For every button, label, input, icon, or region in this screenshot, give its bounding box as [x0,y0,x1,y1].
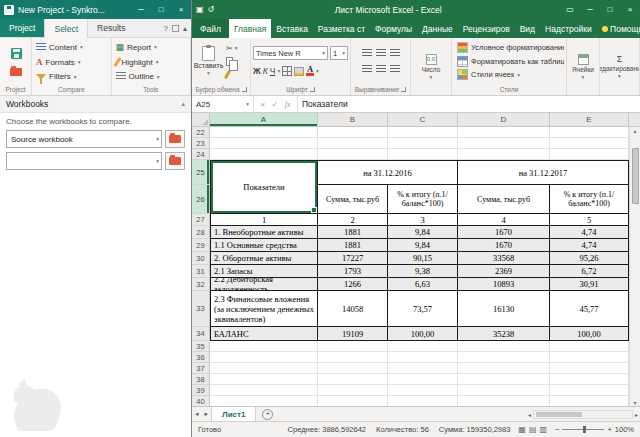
align-bottom-icon[interactable] [390,49,400,57]
dialog-launcher-icon[interactable] [310,87,315,92]
open-project-icon[interactable] [10,68,22,76]
empty-cell-C36[interactable] [388,352,458,363]
row-header-29[interactable]: 29 [192,239,210,252]
cell-styles-button[interactable]: Стили ячеек▾ [454,68,564,81]
cell-D34[interactable]: 35238 [458,327,550,341]
align-top-icon[interactable] [362,49,372,57]
cell-B25-period-2016[interactable]: на 31.12.2016 [318,160,458,185]
empty-cell-C38[interactable] [388,374,458,385]
row-header-22[interactable]: 22 [192,127,210,138]
empty-cell-E24[interactable] [550,149,629,160]
cell-C28[interactable]: 9,84 [388,226,458,239]
target-browse-button[interactable] [165,152,185,170]
tab-project[interactable]: Project [0,19,44,37]
zoom-slider[interactable] [562,429,604,430]
cell-E30[interactable]: 95,26 [550,252,629,265]
empty-cell-A24[interactable] [210,149,318,160]
empty-cell-C35[interactable] [388,341,458,352]
row-header-28[interactable]: 28 [192,226,210,239]
cell-A27[interactable]: 1 [210,214,318,226]
scroll-up-icon[interactable]: ▴ [633,127,636,134]
cell-E33[interactable]: 45,77 [550,291,629,327]
cell-D33[interactable]: 16130 [458,291,550,327]
cell-D29[interactable]: 1670 [458,239,550,252]
formula-input[interactable]: Показатели [298,96,640,112]
vertical-scrollbar[interactable]: ▴ ▾ [629,127,640,406]
italic-button[interactable]: К [263,66,268,76]
sheet-nav-left-icon[interactable]: ◂ [192,410,202,418]
empty-cell-E39[interactable] [550,385,629,396]
tab-page-layout[interactable]: Разметка ст [313,19,370,38]
conditional-formatting-button[interactable]: Условное форматирование▾ [454,41,564,54]
cell-C30[interactable]: 90,15 [388,252,458,265]
row-header-30[interactable]: 30 [192,252,210,265]
close-button[interactable]: × [173,2,189,17]
filters-button[interactable]: Filters▾ [34,70,109,83]
empty-cell-A38[interactable] [210,374,318,385]
row-header-35[interactable]: 35 [192,341,210,352]
vertical-scroll-thumb[interactable] [632,148,639,204]
empty-cell-C22[interactable] [388,127,458,138]
row-header-38[interactable]: 38 [192,374,210,385]
zoom-slider-thumb[interactable] [583,426,586,433]
bold-button[interactable]: Ж [253,66,261,76]
zoom-in-icon[interactable]: + [607,425,611,434]
collapse-section-icon[interactable]: ▴ [181,100,185,108]
save-icon[interactable]: ▣ [196,5,204,14]
row-header-31[interactable]: 31 [192,265,210,278]
cell-B32[interactable]: 1266 [318,278,388,291]
cell-E32[interactable]: 30,91 [550,278,629,291]
name-box[interactable]: A25 ▾ [192,96,254,112]
cell-C34[interactable]: 100,00 [388,327,458,341]
empty-cell-B23[interactable] [318,138,388,149]
cell-A32[interactable]: 2.2 Дебиторская задолженность [210,278,318,291]
horizontal-scrollbar[interactable]: ◂ ▸ [528,410,640,419]
horizontal-scroll-track[interactable] [533,410,633,419]
cell-D27[interactable]: 4 [458,214,550,226]
undo-icon[interactable]: ↺ [208,5,215,14]
row-header-32[interactable]: 32 [192,278,210,291]
cell-D28[interactable]: 1670 [458,226,550,239]
empty-cell-D23[interactable] [458,138,550,149]
row-header-40[interactable]: 40 [192,396,210,406]
cell-C27[interactable]: 3 [388,214,458,226]
report-button[interactable]: ▦Report▾ [114,41,189,54]
paste-button[interactable]: Вставить ▾ [194,40,223,82]
cell-B29[interactable]: 1881 [318,239,388,252]
content-button[interactable]: Content▾ [34,41,109,54]
cancel-icon[interactable]: × [260,100,265,109]
align-middle-icon[interactable] [376,49,386,57]
row-header-23[interactable]: 23 [192,138,210,149]
row-header-34[interactable]: 34 [192,327,210,341]
empty-cell-A40[interactable] [210,396,318,406]
empty-cell-A23[interactable] [210,138,318,149]
cell-A34[interactable]: БАЛАНС [210,327,318,341]
cell-B33[interactable]: 14058 [318,291,388,327]
cell-E26[interactable]: % к итогу (п.1/баланс*100) [550,185,629,214]
cell-A30[interactable]: 2. Оборотные активы [210,252,318,265]
cell-E31[interactable]: 6,72 [550,265,629,278]
empty-cell-D39[interactable] [458,385,550,396]
empty-cell-A37[interactable] [210,363,318,374]
workbooks-header[interactable]: Workbooks ▴ [0,96,191,113]
empty-cell-B38[interactable] [318,374,388,385]
row-header-26[interactable]: 26 [192,185,210,214]
empty-cell-A22[interactable] [210,127,318,138]
copy-button[interactable]: ▾ [226,56,238,66]
sheet-tab-list1[interactable]: Лист1 [211,407,256,421]
save-project-icon[interactable] [11,48,22,59]
empty-cell-D40[interactable] [458,396,550,406]
scroll-down-icon[interactable]: ▾ [633,399,636,406]
tab-home[interactable]: Главная [229,19,271,38]
column-header-B[interactable]: B [318,113,388,127]
empty-cell-D36[interactable] [458,352,550,363]
scroll-right-icon[interactable]: ▸ [635,411,638,418]
ribbon-display-options-icon[interactable]: ▭ [562,2,578,17]
cell-D31[interactable]: 2369 [458,265,550,278]
row-header-27[interactable]: 27 [192,214,210,226]
tab-view[interactable]: Вид [515,19,540,38]
formats-button[interactable]: AFormats▾ [34,56,109,69]
cell-C26[interactable]: % к итогу (п.1/баланс*100) [388,185,458,214]
highlight-button[interactable]: Highlight▾ [114,56,189,69]
empty-cell-A35[interactable] [210,341,318,352]
